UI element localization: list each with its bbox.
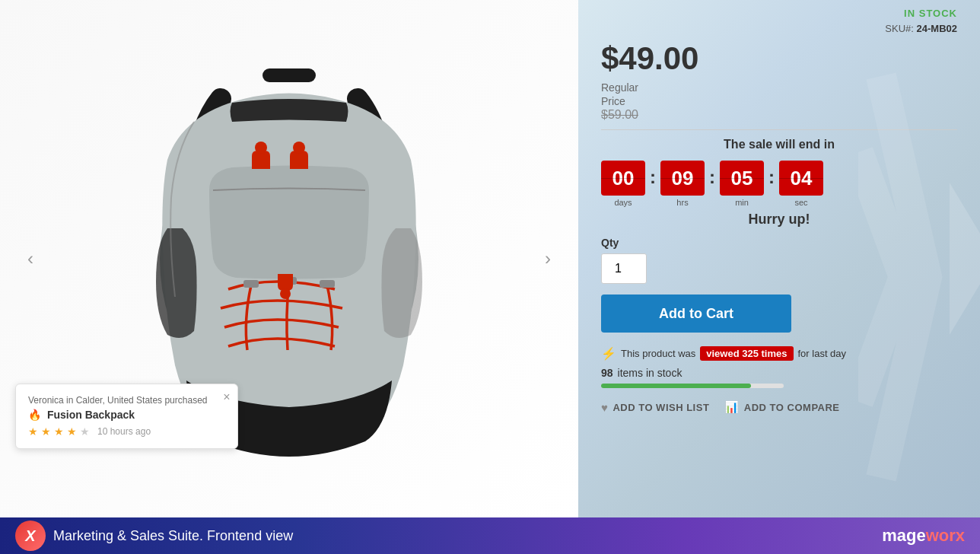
qty-label: Qty — [601, 237, 957, 249]
sku-label: SKU#: — [885, 23, 914, 34]
marketing-bar: X Marketing & Sales Suite. Frontend view… — [0, 517, 980, 554]
divider — [601, 129, 957, 130]
countdown-min-block: 05 min — [720, 161, 764, 207]
countdown-days-label: days — [614, 198, 632, 207]
countdown-sep-3: : — [767, 167, 776, 188]
compare-icon: 📊 — [724, 400, 740, 414]
popup-close-button[interactable]: × — [223, 390, 230, 404]
stock-count: 98 — [601, 367, 613, 379]
sale-ends-title: The sale will end in — [601, 138, 957, 151]
countdown-sec-label: sec — [794, 198, 807, 207]
mageworx-logo-text: mageworx — [882, 526, 965, 546]
compare-label: ADD TO COMPARE — [744, 402, 840, 413]
marketing-text: Marketing & Sales Suite. Frontend view — [53, 528, 293, 544]
countdown-days: 00 — [601, 161, 645, 196]
star-2: ★ — [41, 425, 51, 438]
star-5: ★ — [80, 425, 90, 438]
svg-point-7 — [280, 288, 291, 299]
countdown-days-block: 00 days — [601, 161, 645, 207]
sku-value: 24-MB02 — [917, 23, 957, 34]
prev-arrow[interactable]: ‹ — [15, 244, 46, 274]
wish-list-link[interactable]: ♥ ADD TO WISH LIST — [601, 401, 709, 414]
viewed-badge: viewed 325 times — [700, 346, 793, 361]
mageworx-logo: mageworx — [882, 526, 965, 546]
compare-link[interactable]: 📊 ADD TO COMPARE — [724, 400, 839, 414]
svg-point-2 — [255, 142, 267, 154]
star-4: ★ — [67, 425, 77, 438]
countdown-min: 05 — [720, 161, 764, 196]
countdown-hrs-block: 09 hrs — [660, 161, 705, 207]
star-3: ★ — [54, 425, 64, 438]
product-details: IN STOCK SKU#: 24-MB02 $49.00 RegularPri… — [578, 0, 980, 517]
next-arrow[interactable]: › — [533, 244, 563, 274]
countdown-hrs-label: hrs — [676, 198, 688, 207]
popup-stars: ★ ★ ★ ★ ★ 10 hours ago — [28, 425, 207, 438]
countdown-sep-1: : — [648, 167, 657, 188]
price-main: $49.00 — [601, 40, 957, 77]
product-image-area: ‹ — [0, 0, 578, 517]
action-links: ♥ ADD TO WISH LIST 📊 ADD TO COMPARE — [601, 400, 957, 414]
fire-icon: 🔥 — [28, 409, 41, 421]
svg-point-3 — [293, 142, 305, 154]
stock-label: items in stock — [618, 367, 682, 379]
stock-bar — [601, 384, 751, 388]
viewed-row: ⚡ This product was viewed 325 times for … — [601, 346, 957, 361]
star-1: ★ — [28, 425, 38, 438]
countdown-row: 00 days : 09 hrs : 05 min : 04 sec — [601, 161, 957, 207]
countdown-hrs: 09 — [660, 161, 705, 196]
marketing-left: X Marketing & Sales Suite. Frontend view — [15, 521, 293, 551]
viewed-text-after: for last day — [798, 348, 847, 359]
popup-purchased-by: Veronica in Calder, United States purcha… — [28, 395, 207, 406]
status-row: IN STOCK — [601, 8, 957, 19]
svg-rect-6 — [320, 280, 335, 288]
purchase-popup: × Veronica in Calder, United States purc… — [15, 384, 238, 449]
popup-product-name: 🔥 Fusion Backpack — [28, 409, 207, 421]
regular-price-value: $59.00 — [601, 108, 957, 122]
qty-input[interactable] — [601, 253, 647, 284]
popup-time: 10 hours ago — [97, 426, 151, 437]
heart-icon: ♥ — [601, 401, 608, 414]
viewed-text-before: This product was — [621, 348, 695, 359]
sku-row: SKU#: 24-MB02 — [601, 23, 957, 34]
mageworx-x-icon: X — [15, 521, 46, 551]
hurry-up: Hurry up! — [601, 212, 957, 228]
countdown-sec: 04 — [779, 161, 823, 196]
regular-price-label: RegularPrice — [601, 81, 957, 108]
stock-row: 98 items in stock — [601, 367, 957, 379]
countdown-sep-2: : — [708, 167, 717, 188]
add-to-cart-button[interactable]: Add to Cart — [601, 295, 791, 333]
wish-list-label: ADD TO WISH LIST — [612, 402, 709, 413]
countdown-min-label: min — [735, 198, 749, 207]
countdown-sec-block: 04 sec — [779, 161, 823, 207]
in-stock-badge: IN STOCK — [904, 8, 957, 19]
svg-rect-1 — [262, 68, 316, 82]
lightning-icon: ⚡ — [601, 346, 616, 361]
svg-rect-4 — [243, 280, 259, 288]
stock-bar-container — [601, 384, 784, 388]
